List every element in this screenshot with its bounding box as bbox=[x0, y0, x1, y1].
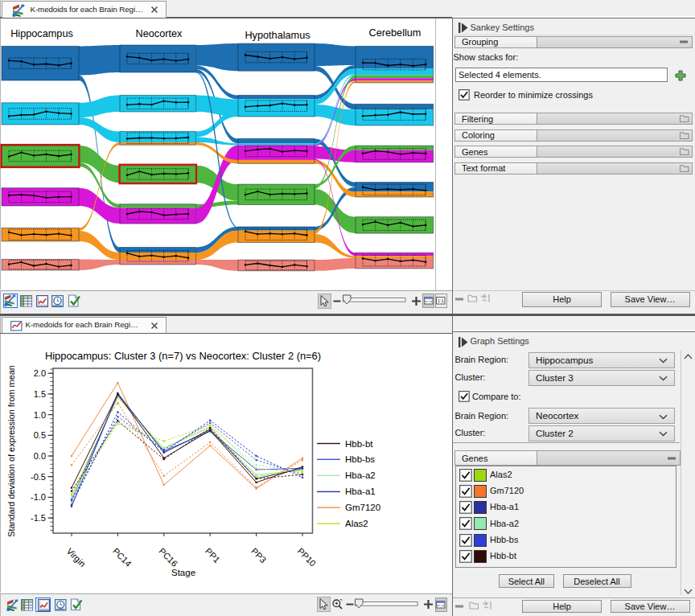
svg-text:Hbb-bt: Hbb-bt bbox=[345, 439, 373, 449]
svg-text:Hypothalamus: Hypothalamus bbox=[245, 29, 310, 40]
svg-text:Alas2: Alas2 bbox=[345, 519, 368, 528]
svg-text:Virgin: Virgin bbox=[65, 546, 88, 569]
svg-text:Hippocampus: Hippocampus bbox=[10, 27, 73, 39]
svg-text:1:1: 1:1 bbox=[438, 298, 444, 303]
svg-text:Stage: Stage bbox=[171, 568, 195, 577]
svg-text:Standard deviation of expressi: Standard deviation of expression from me… bbox=[6, 365, 16, 537]
svg-text:-1.5: -1.5 bbox=[31, 513, 46, 523]
svg-text:Neocortex: Neocortex bbox=[136, 27, 183, 39]
svg-text:-1.0: -1.0 bbox=[31, 493, 46, 503]
svg-text:PP3: PP3 bbox=[249, 546, 268, 565]
svg-text:-0.5: -0.5 bbox=[31, 472, 46, 482]
svg-text:Gm7120: Gm7120 bbox=[345, 503, 380, 512]
svg-text:0.5: 0.5 bbox=[34, 430, 46, 440]
svg-text:Hba-a2: Hba-a2 bbox=[345, 470, 376, 480]
svg-text:PP1: PP1 bbox=[204, 546, 222, 565]
svg-text:1.0: 1.0 bbox=[34, 410, 46, 420]
svg-text:PC16: PC16 bbox=[157, 546, 179, 569]
svg-text:PC14: PC14 bbox=[111, 546, 134, 569]
svg-text:1.5: 1.5 bbox=[34, 389, 46, 399]
svg-text:0.0: 0.0 bbox=[34, 451, 46, 461]
svg-text:Cerebellum: Cerebellum bbox=[369, 27, 422, 39]
svg-text:2.0: 2.0 bbox=[34, 368, 46, 378]
svg-text:Hbb-bs: Hbb-bs bbox=[345, 454, 375, 464]
svg-text:Hba-a1: Hba-a1 bbox=[345, 487, 376, 497]
svg-text:PP10: PP10 bbox=[296, 546, 319, 569]
svg-text:Hippocampus: Cluster 3 (n=7) v: Hippocampus: Cluster 3 (n=7) vs Neocorte… bbox=[45, 350, 321, 362]
